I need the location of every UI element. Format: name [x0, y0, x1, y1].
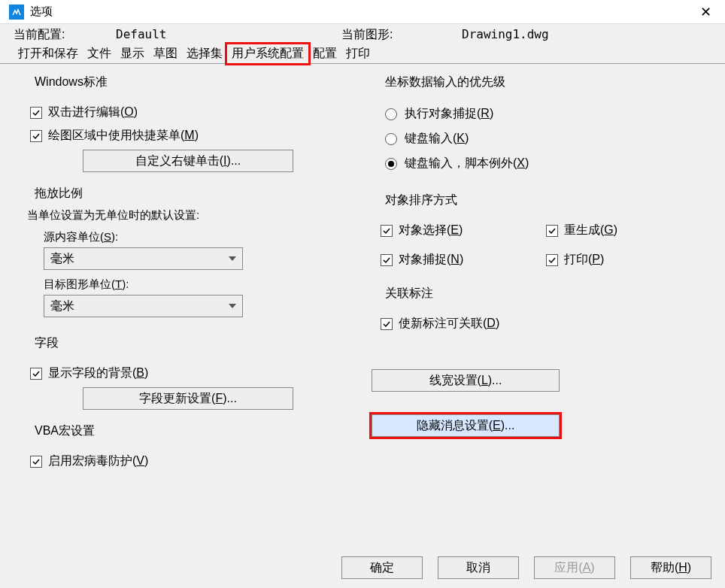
current-config-value: Default [78, 27, 341, 43]
ok-button[interactable]: 确定 [341, 556, 423, 579]
tab-display[interactable]: 显示 [116, 44, 149, 63]
window-title: 选项 [30, 5, 696, 19]
group-field: 字段 显示字段的背景(B) 字段更新设置(F)... [14, 343, 361, 420]
checkbox-obj-snap[interactable] [381, 254, 393, 266]
src-unit-value: 毫米 [50, 251, 74, 267]
label-shortcut-menu: 绘图区域中使用快捷菜单(M) [48, 128, 199, 144]
label-regen: 重生成(G) [564, 223, 617, 238]
group-windows-standard: Windows标准 双击进行编辑(O) 绘图区域中使用快捷菜单(M) 自定义右键… [14, 82, 361, 183]
group-coord-input: 坐标数据输入的优先级 执行对象捕捉(R) 键盘输入(K) 键盘输入，脚本例外(X… [364, 82, 711, 189]
apply-button[interactable]: 应用(A) [534, 556, 615, 579]
label-obj-select: 对象选择(E) [399, 223, 463, 238]
checkbox-shortcut-menu[interactable] [30, 130, 42, 142]
tab-config[interactable]: 配置 [308, 44, 341, 63]
cancel-button[interactable]: 取消 [438, 556, 519, 579]
current-drawing-label: 当前图形: [341, 27, 432, 43]
tab-open-save[interactable]: 打开和保存 [14, 44, 83, 63]
checkbox-field-bg[interactable] [30, 368, 42, 380]
group-title: 关联标注 [382, 286, 436, 302]
label-dblclick-edit: 双击进行编辑(O) [48, 105, 138, 120]
radio-keyboard[interactable] [385, 133, 397, 145]
footer: 确定 取消 应用(A) 帮助(H) [0, 547, 725, 588]
tgt-unit-value: 毫米 [50, 299, 74, 314]
label-print: 打印(P) [564, 252, 604, 268]
group-title: 对象排序方式 [382, 192, 460, 208]
src-unit-select[interactable]: 毫米 [44, 247, 243, 270]
group-title: 字段 [32, 335, 62, 351]
tab-file[interactable]: 文件 [83, 44, 116, 63]
tab-user-system-config[interactable]: 用户系统配置 [227, 44, 308, 63]
checkbox-dblclick-edit[interactable] [30, 107, 42, 119]
chevron-down-icon [229, 256, 236, 261]
checkbox-regen[interactable] [546, 225, 558, 237]
titlebar: 选项 ✕ [0, 0, 725, 24]
label-keyboard-except-script: 键盘输入，脚本例外(X) [405, 156, 529, 171]
config-info-row: 当前配置: Default 当前图形: Drawing1.dwg [0, 24, 725, 44]
chevron-down-icon [229, 304, 236, 308]
tgt-unit-label: 目标图形单位(T): [44, 277, 353, 292]
group-title: VBA宏设置 [32, 423, 98, 439]
group-vba: VBA宏设置 启用宏病毒防护(V) [14, 431, 361, 484]
close-icon[interactable]: ✕ [696, 4, 716, 20]
right-column: 坐标数据输入的优先级 执行对象捕捉(R) 键盘输入(K) 键盘输入，脚本例外(X… [364, 71, 711, 484]
label-object-snap: 执行对象捕捉(R) [405, 106, 493, 122]
current-drawing-value: Drawing1.dwg [432, 27, 549, 43]
right-click-customize-button[interactable]: 自定义右键单击(I)... [83, 150, 293, 172]
label-obj-snap: 对象捕捉(N) [399, 252, 463, 268]
group-title: Windows标准 [32, 74, 111, 90]
tab-print[interactable]: 打印 [341, 44, 375, 63]
checkbox-macro-virus[interactable] [30, 456, 42, 468]
radio-object-snap[interactable] [385, 108, 397, 120]
group-drag-scale: 拖放比例 当单位设置为无单位时的默认设置: 源内容单位(S): 毫米 目标图形单… [14, 193, 361, 332]
radio-keyboard-except-script[interactable] [385, 158, 397, 170]
label-keyboard: 键盘输入(K) [405, 131, 469, 147]
help-button[interactable]: 帮助(H) [630, 556, 711, 579]
tab-selection[interactable]: 选择集 [182, 44, 227, 63]
src-unit-label: 源内容单位(S): [44, 230, 353, 244]
group-title: 拖放比例 [32, 186, 86, 202]
checkbox-print[interactable] [546, 254, 558, 266]
current-config-label: 当前配置: [14, 27, 78, 43]
left-column: Windows标准 双击进行编辑(O) 绘图区域中使用快捷菜单(M) 自定义右键… [14, 71, 361, 484]
label-assoc-dim: 使新标注可关联(D) [399, 316, 499, 332]
app-icon [9, 5, 24, 20]
checkbox-obj-select[interactable] [381, 225, 393, 237]
checkbox-assoc-dim[interactable] [381, 318, 393, 330]
hidden-message-settings-button[interactable]: 隐藏消息设置(E)... [372, 414, 560, 437]
tgt-unit-select[interactable]: 毫米 [44, 295, 243, 317]
label-field-bg: 显示字段的背景(B) [48, 365, 148, 381]
field-update-settings-button[interactable]: 字段更新设置(F)... [83, 387, 293, 410]
content: Windows标准 双击进行编辑(O) 绘图区域中使用快捷菜单(M) 自定义右键… [0, 64, 725, 484]
label-macro-virus: 启用宏病毒防护(V) [48, 453, 148, 469]
drag-scale-desc: 当单位设置为无单位时的默认设置: [27, 208, 353, 223]
group-title: 坐标数据输入的优先级 [382, 74, 508, 90]
group-object-sort: 对象排序方式 对象选择(E) 重生成(G) 对象捕捉(N) 打印(P) [364, 200, 711, 283]
lineweight-settings-button[interactable]: 线宽设置(L)... [372, 369, 560, 392]
tabs: 打开和保存 文件 显示 草图 选择集 用户系统配置 配置 打印 [0, 44, 725, 64]
group-assoc-dim: 关联标注 使新标注可关联(D) [364, 293, 711, 347]
tab-sketch[interactable]: 草图 [149, 44, 182, 63]
